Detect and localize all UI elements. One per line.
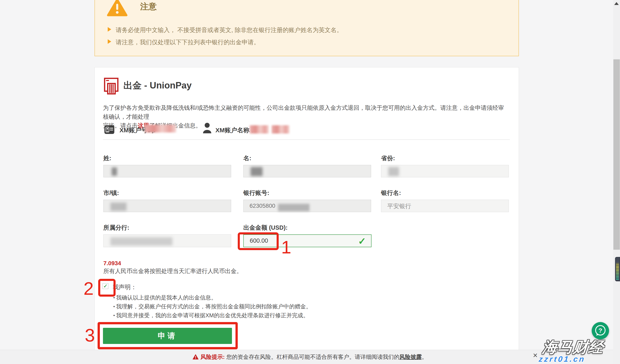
declaration-label: 我声明：: [113, 283, 137, 291]
description-text: 为了保护各方免受欺诈及降低洗钱和/或恐怖主义融资的可能性，公司出金款项只能依原入…: [103, 105, 504, 120]
annotation-number-1: 1: [281, 238, 291, 256]
amount-valid-check-icon: ✓: [358, 236, 366, 247]
equalizer-stripes-icon: [615, 257, 620, 281]
declaration-item: •我理解，交易账户任何方式的出金，将按照出金金额同比例扣除账户中的赠金。: [113, 303, 311, 310]
notice-item: 请注意，我们仅处理以下下拉列表中银行的出金申请。: [116, 38, 260, 46]
city-label: 市/镇:: [103, 189, 119, 197]
risk-warning-icon: [193, 354, 199, 360]
bullet-icon: •: [113, 313, 115, 318]
svg-text:?: ?: [599, 327, 602, 334]
extension-side-tab[interactable]: [615, 257, 620, 281]
city-redacted: [110, 203, 126, 211]
province-field[interactable]: [381, 165, 509, 177]
declaration-text: 我理解，交易账户任何方式的出金，将按照出金金额同比例扣除账户中的赠金。: [116, 303, 311, 310]
last-name-field[interactable]: [103, 165, 231, 177]
annotation-number-3: 3: [85, 326, 95, 344]
first-name-redacted: [250, 167, 263, 176]
branch-label: 所属分行:: [103, 224, 129, 232]
account-name-redacted: [272, 125, 289, 134]
risk-label: 风险提示:: [201, 354, 225, 360]
last-name-label: 姓:: [103, 154, 111, 163]
notice-bullet-arrow-icon: [108, 27, 111, 32]
last-name-redacted: [112, 167, 117, 176]
annotation-box-step2: [98, 279, 116, 297]
warning-triangle-icon: [107, 0, 127, 16]
exchange-rate-note: 所有人民币出金将按照处理当天汇率进行人民币出金。: [103, 267, 242, 275]
exchange-rate: 7.0934: [103, 260, 121, 267]
annotation-box-step3: [98, 322, 238, 349]
account-name-redacted: [250, 125, 269, 134]
declaration-item: •我确认以上提供的是我本人的出金信息。: [113, 294, 217, 301]
province-label: 省份:: [381, 154, 395, 163]
annotation-box-step1: [238, 232, 279, 250]
help-chat-bubble-icon: ?: [592, 322, 609, 339]
bank-account-redacted: [278, 204, 310, 211]
declaration-text: 我确认以上提供的是我本人的出金信息。: [116, 295, 217, 301]
bullet-icon: •: [113, 304, 115, 309]
declaration-item: •我同意并接受，我的出金申请可根据XM的出金优先处理条款进行修正并完成。: [113, 312, 309, 319]
annotation-number-2: 2: [83, 279, 94, 298]
help-button[interactable]: ?: [592, 322, 609, 339]
notice-bullet-arrow-icon: [108, 39, 111, 44]
bank-account-value: 62305800: [249, 203, 275, 209]
watermark-brand: 海马财经: [522, 337, 605, 357]
risk-text-suffix: 。: [422, 354, 427, 360]
notice-title: 注意: [140, 1, 157, 12]
watermark-site: zzrt01.cn: [538, 355, 586, 364]
page-title: 出金 - UnionPay: [124, 79, 192, 91]
bank-account-label: 银行账号:: [243, 189, 269, 197]
notice-item: 请务必使用中文输入， 不接受拼音或者英文, 除非您在银行注册的账户姓名为英文名。: [116, 26, 342, 34]
scrollbar-up-arrow-icon[interactable]: [614, 2, 619, 5]
risk-text: 您的资金存在风险。杠杆商品可能不适合所有客户。请详细阅读我们的: [226, 354, 399, 360]
declaration-text: 我同意并接受，我的出金申请可根据XM的出金优先处理条款进行修正并完成。: [116, 312, 309, 318]
first-name-label: 名:: [243, 154, 251, 163]
amount-label: 出金金额 (USD):: [243, 224, 288, 232]
risk-disclosure-link[interactable]: 风险披露: [399, 354, 422, 360]
user-icon: [202, 122, 212, 134]
account-number-redacted: [145, 125, 176, 133]
branch-redacted: [110, 237, 172, 245]
id-card-icon: [104, 125, 114, 134]
scrollbar-thumb[interactable]: [613, 59, 620, 250]
divider: [103, 139, 510, 140]
atm-withdrawal-icon: [104, 77, 119, 95]
province-redacted: [388, 167, 399, 176]
bank-name-label: 银行名:: [381, 189, 401, 197]
bank-name-value: 平安银行: [387, 202, 411, 211]
